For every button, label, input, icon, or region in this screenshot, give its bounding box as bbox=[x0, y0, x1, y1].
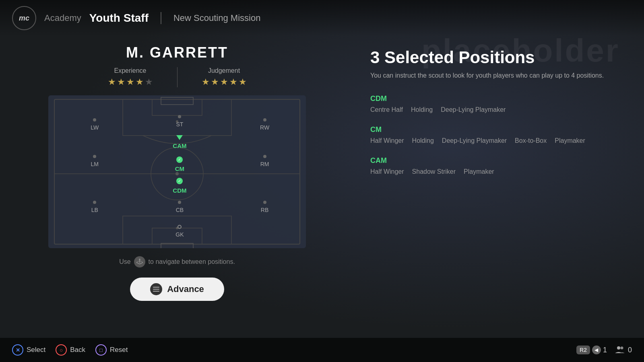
back-label: Back bbox=[70, 346, 85, 354]
logo[interactable]: mc bbox=[12, 6, 36, 30]
pos-label-cdm[interactable]: CDM bbox=[173, 187, 186, 193]
hamburger-icon bbox=[153, 286, 159, 292]
joystick-icon: 🕹 bbox=[134, 256, 145, 267]
cam-role-2[interactable]: Playmaker bbox=[464, 168, 494, 175]
pos-dot-lw[interactable] bbox=[93, 118, 96, 121]
reset-label: Reset bbox=[110, 346, 128, 354]
jstar-5: ★ bbox=[239, 77, 247, 87]
pos-label-cam[interactable]: CAM bbox=[173, 142, 186, 149]
pos-label-gk[interactable]: GK bbox=[175, 231, 184, 238]
cdm-role-1[interactable]: Holding bbox=[411, 106, 433, 113]
back-control[interactable]: ○ Back bbox=[56, 344, 85, 356]
logo-text: mc bbox=[19, 14, 29, 23]
jstar-1: ★ bbox=[202, 77, 210, 87]
bottom-controls: ✕ Select ○ Back □ Reset bbox=[12, 344, 128, 356]
people-count: 0 bbox=[628, 346, 632, 354]
jstar-2: ★ bbox=[211, 77, 219, 87]
pos-dot-rw[interactable] bbox=[263, 118, 266, 121]
people-count-group: 0 bbox=[615, 346, 632, 354]
cm-role-3[interactable]: Box-to-Box bbox=[515, 137, 547, 144]
pos-label-cm[interactable]: CM bbox=[175, 165, 184, 172]
scout-stats: Experience ★ ★ ★ ★ ★ Judgement ★ ★ ★ ★ ★ bbox=[108, 67, 247, 87]
navigate-hint: Use 🕹 to navigate between positions. bbox=[119, 256, 235, 267]
football-pitch: ST LW RW CAM LM ✓ CM RM bbox=[48, 95, 306, 248]
pos-label-rb[interactable]: RB bbox=[261, 207, 268, 213]
nav-divider bbox=[161, 12, 161, 24]
nav-arrows: R2 ◀ 1 bbox=[576, 346, 607, 354]
nav-count: 1 bbox=[603, 346, 607, 354]
pos-dot-gk[interactable] bbox=[178, 225, 182, 229]
pos-label-lb[interactable]: LB bbox=[91, 207, 98, 213]
pitch-positions: ST LW RW CAM LM ✓ CM RM bbox=[48, 95, 306, 248]
pos-dot-st[interactable] bbox=[178, 115, 181, 118]
experience-stars: ★ ★ ★ ★ ★ bbox=[108, 77, 153, 87]
select-label: Select bbox=[27, 346, 45, 354]
cm-role-1[interactable]: Holding bbox=[412, 137, 434, 144]
svg-rect-13 bbox=[153, 287, 159, 288]
pos-label-rw[interactable]: RW bbox=[260, 124, 269, 131]
pos-check-cm[interactable]: ✓ bbox=[176, 156, 183, 163]
advance-label: Advance bbox=[167, 284, 204, 294]
pos-dot-lm[interactable] bbox=[93, 155, 96, 158]
bottom-bar: ✕ Select ○ Back □ Reset R2 ◀ 1 0 bbox=[0, 338, 644, 362]
left-arrow[interactable]: ◀ bbox=[592, 346, 601, 354]
pos-label-rm[interactable]: RM bbox=[260, 161, 269, 167]
star-4: ★ bbox=[136, 77, 144, 87]
experience-stat: Experience ★ ★ ★ ★ ★ bbox=[108, 67, 153, 87]
pos-dot-rb[interactable] bbox=[263, 201, 266, 204]
group-name-cdm[interactable]: CDM bbox=[370, 95, 628, 103]
cm-role-0[interactable]: Half Winger bbox=[370, 137, 404, 144]
pos-label-st[interactable]: ST bbox=[176, 121, 183, 128]
x-button-icon: ✕ bbox=[12, 344, 23, 356]
svg-point-17 bbox=[620, 347, 623, 350]
jstar-4: ★ bbox=[229, 77, 237, 87]
pos-dot-lb[interactable] bbox=[93, 201, 96, 204]
experience-label: Experience bbox=[114, 67, 146, 74]
group-name-cam[interactable]: CAM bbox=[370, 156, 628, 165]
right-panel: 3 Selected Positions You can instruct th… bbox=[354, 36, 644, 338]
pos-dot-rm[interactable] bbox=[263, 155, 266, 158]
nav-academy[interactable]: Academy bbox=[44, 13, 81, 23]
scout-name: M. GARRETT bbox=[126, 44, 228, 61]
cdm-roles: Centre Half Holding Deep-Lying Playmaker bbox=[370, 106, 628, 113]
cam-role-0[interactable]: Half Winger bbox=[370, 168, 404, 175]
pos-label-cb[interactable]: CB bbox=[176, 207, 184, 213]
cdm-role-0[interactable]: Centre Half bbox=[370, 106, 403, 113]
hint-use: Use bbox=[119, 258, 130, 265]
star-2: ★ bbox=[117, 77, 125, 87]
pos-dot-cb[interactable] bbox=[178, 201, 181, 204]
cam-role-1[interactable]: Shadow Striker bbox=[412, 168, 456, 175]
reset-control[interactable]: □ Reset bbox=[95, 344, 128, 356]
selected-positions-title: 3 Selected Positions bbox=[370, 48, 628, 67]
advance-button[interactable]: Advance bbox=[130, 278, 224, 301]
top-nav: mc Academy Youth Staff New Scouting Miss… bbox=[0, 0, 644, 36]
select-control[interactable]: ✕ Select bbox=[12, 344, 45, 356]
star-1: ★ bbox=[108, 77, 116, 87]
jstar-3: ★ bbox=[220, 77, 228, 87]
group-name-cm[interactable]: CM bbox=[370, 125, 628, 134]
cm-role-4[interactable]: Playmaker bbox=[555, 137, 585, 144]
o-button-icon: ○ bbox=[56, 344, 67, 356]
main-content: M. GARRETT Experience ★ ★ ★ ★ ★ Judgemen… bbox=[0, 36, 644, 338]
square-button-icon: □ bbox=[95, 344, 107, 356]
stats-divider bbox=[177, 67, 178, 87]
cm-role-2[interactable]: Deep-Lying Playmaker bbox=[442, 137, 507, 144]
r2-badge: R2 bbox=[576, 346, 590, 354]
star-5-empty: ★ bbox=[145, 77, 153, 87]
svg-rect-15 bbox=[153, 291, 159, 292]
breadcrumb: Academy Youth Staff New Scouting Mission bbox=[44, 12, 260, 25]
svg-rect-14 bbox=[153, 289, 159, 290]
star-3: ★ bbox=[126, 77, 134, 87]
hint-text: to navigate between positions. bbox=[149, 258, 235, 265]
cdm-role-2[interactable]: Deep-Lying Playmaker bbox=[441, 106, 506, 113]
nav-youth-staff: Youth Staff bbox=[89, 12, 149, 25]
pos-label-lm[interactable]: LM bbox=[91, 161, 98, 167]
people-icon bbox=[615, 346, 625, 354]
pos-check-cdm[interactable]: ✓ bbox=[176, 178, 183, 184]
left-panel: M. GARRETT Experience ★ ★ ★ ★ ★ Judgemen… bbox=[0, 36, 354, 338]
cm-roles: Half Winger Holding Deep-Lying Playmaker… bbox=[370, 137, 628, 144]
position-group-cam: CAM Half Winger Shadow Striker Playmaker bbox=[370, 156, 628, 175]
advance-btn-icon bbox=[150, 283, 162, 295]
cam-roles: Half Winger Shadow Striker Playmaker bbox=[370, 168, 628, 175]
pos-label-lw[interactable]: LW bbox=[91, 124, 99, 131]
